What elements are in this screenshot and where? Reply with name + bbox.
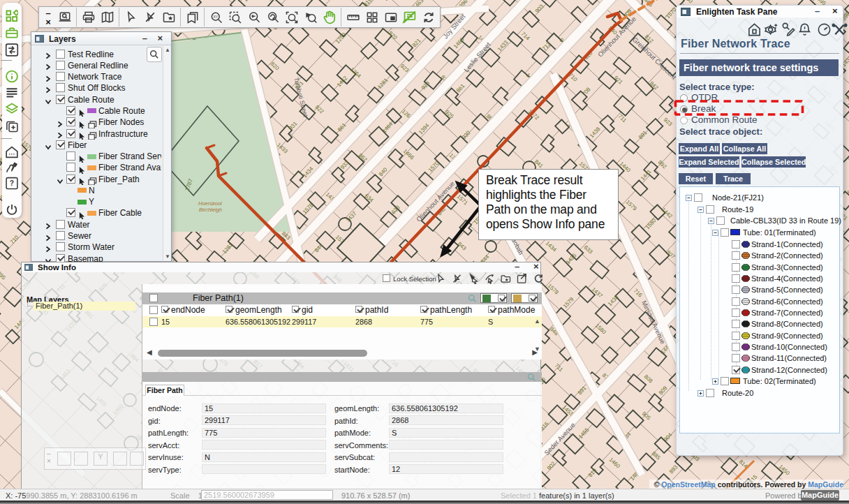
svg-text:?: ? bbox=[10, 179, 14, 187]
svg-text:XY: XY bbox=[213, 14, 218, 18]
